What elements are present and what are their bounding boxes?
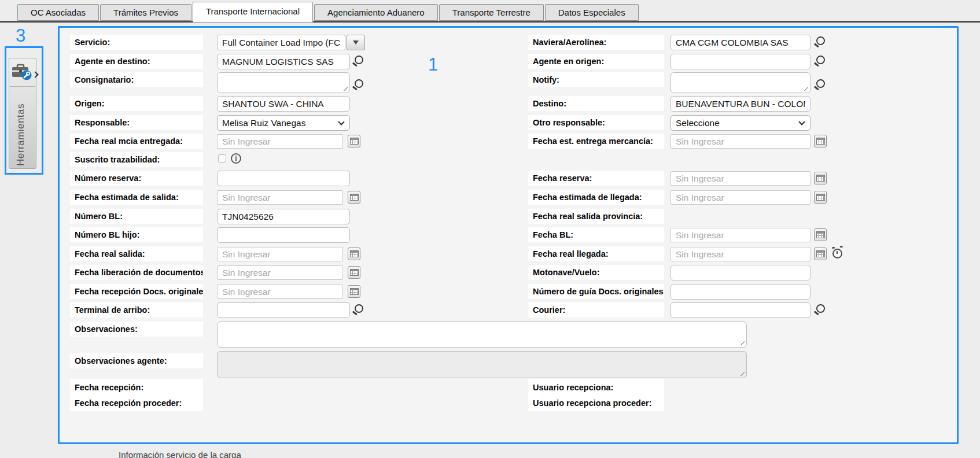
chevron-down-icon — [338, 119, 344, 125]
fecha-real-salida-provincia-label: Fecha real salida provincia: — [528, 209, 664, 224]
numero-reserva-input[interactable] — [217, 171, 350, 186]
tab-transporte-terrestre[interactable]: Transporte Terrestre — [439, 4, 544, 21]
numero-reserva-label: Número reserva: — [70, 171, 203, 186]
numero-guia-docs-label: Número de guía Docs. originales: — [528, 284, 664, 299]
destino-input[interactable] — [670, 96, 810, 112]
tools-panel-label: Herramientas — [15, 91, 27, 166]
otro-responsable-selected-value: Seleccione — [676, 118, 720, 128]
fecha-estimada-salida-label: Fecha estimada de salida: — [70, 190, 203, 205]
numero-bl-hijo-input[interactable] — [217, 227, 350, 243]
calendar-icon[interactable] — [814, 228, 827, 241]
agente-origen-input[interactable] — [670, 54, 810, 69]
usuario-recepciona-proceder-label: Usuario recepciona proceder: — [533, 398, 652, 408]
suscrito-trazabilidad-checkbox[interactable] — [218, 154, 226, 162]
fecha-real-salida-input[interactable] — [217, 247, 343, 261]
fecha-recepcion-block: Fecha recepción: Fecha recepción procede… — [70, 379, 203, 411]
numero-bl-hijo-label: Número BL hijo: — [70, 227, 203, 242]
agente-destino-input[interactable] — [217, 54, 350, 69]
fecha-reserva-label: Fecha reserva: — [528, 171, 664, 186]
fecha-reserva-input[interactable] — [670, 171, 810, 186]
search-icon[interactable] — [351, 54, 365, 69]
toolbox-icon — [10, 62, 34, 84]
informacion-servicio-section-title: Información servicio de la carga — [119, 450, 241, 458]
usuario-recepciona-label: Usuario recepciona: — [533, 383, 613, 392]
suscrito-trazabilidad-label: Suscrito trazabilidad: — [70, 152, 203, 167]
calendar-icon[interactable] — [348, 285, 360, 298]
fecha-recepcion-docs-label: Fecha recepción Docs. originales: — [70, 284, 203, 299]
terminal-arribo-input[interactable] — [217, 302, 350, 318]
tab-tramites-previos[interactable]: Trámites Previos — [100, 4, 191, 21]
courier-input[interactable] — [670, 302, 810, 318]
motonave-vuelo-label: Motonave/Vuelo: — [528, 265, 664, 280]
terminal-arribo-label: Terminal de arribo: — [70, 302, 203, 317]
consignatario-textarea[interactable] — [217, 72, 350, 93]
numero-bl-input[interactable] — [217, 209, 350, 224]
responsable-select[interactable]: Melisa Ruiz Vanegas — [217, 115, 350, 131]
naviera-aerolinea-label: Naviera/Aerolínea: — [528, 35, 664, 50]
calendar-icon[interactable] — [348, 248, 360, 260]
numero-guia-docs-input[interactable] — [670, 284, 810, 300]
calendar-icon[interactable] — [348, 191, 360, 204]
search-icon[interactable] — [813, 35, 827, 50]
expand-tools-chevron-icon[interactable] — [33, 69, 38, 79]
servicio-dropdown-button[interactable] — [347, 35, 365, 50]
info-icon[interactable] — [231, 153, 241, 164]
fecha-est-entrega-label: Fecha est. entrega mercancía: — [528, 134, 664, 149]
calendar-icon[interactable] — [814, 248, 827, 260]
usuario-recepciona-block: Usuario recepciona: Usuario recepciona p… — [528, 379, 664, 411]
fecha-bl-label: Fecha BL: — [528, 227, 664, 242]
fecha-recepcion-proceder-label: Fecha recepción proceder: — [75, 398, 182, 408]
search-icon[interactable] — [351, 302, 365, 317]
tab-datos-especiales[interactable]: Datos Especiales — [545, 4, 639, 21]
chevron-down-icon — [798, 119, 805, 125]
calendar-icon[interactable] — [814, 191, 827, 204]
search-icon[interactable] — [813, 54, 827, 69]
calendar-icon[interactable] — [348, 135, 360, 147]
responsable-selected-value: Melisa Ruiz Vanegas — [222, 118, 305, 128]
fecha-estimada-salida-input[interactable] — [217, 190, 343, 205]
search-icon[interactable] — [813, 77, 827, 93]
destino-label: Destino: — [528, 96, 664, 111]
annotation-marker-1: 1 — [428, 56, 438, 73]
motonave-vuelo-input[interactable] — [670, 265, 810, 280]
alarm-clock-icon[interactable] — [832, 249, 842, 258]
naviera-aerolinea-input[interactable] — [670, 35, 810, 50]
notify-textarea[interactable] — [670, 72, 810, 93]
fecha-recepcion-label: Fecha recepción: — [75, 383, 143, 392]
annotation-marker-3: 3 — [16, 27, 25, 45]
servicio-combobox-input[interactable] — [217, 35, 345, 50]
calendar-icon[interactable] — [814, 172, 827, 184]
calendar-icon[interactable] — [348, 266, 360, 279]
courier-label: Courier: — [528, 302, 664, 317]
fecha-bl-input[interactable] — [670, 228, 810, 242]
responsable-label: Responsable: — [70, 115, 203, 130]
resize-handle-icon[interactable] — [342, 85, 348, 91]
fecha-real-mcia-label: Fecha real mcia entregada: — [70, 134, 203, 149]
search-icon[interactable] — [351, 77, 365, 93]
tab-bar: OC Asociadas Trámites Previos Transporte… — [17, 4, 640, 23]
fecha-liberacion-docs-input[interactable] — [217, 265, 343, 280]
tab-transporte-internacional[interactable]: Transporte Internacional — [193, 2, 313, 23]
observaciones-agente-textarea — [217, 351, 747, 378]
notify-label: Notify: — [528, 72, 664, 87]
resize-handle-icon[interactable] — [739, 339, 745, 345]
fecha-est-entrega-input[interactable] — [670, 134, 810, 149]
search-icon[interactable] — [813, 302, 827, 317]
fecha-estimada-llegada-input[interactable] — [670, 190, 810, 205]
observaciones-textarea[interactable] — [217, 322, 747, 348]
resize-handle-icon[interactable] — [802, 85, 808, 91]
servicio-label: Servicio: — [70, 35, 203, 50]
tools-divider — [10, 86, 35, 87]
tab-agenciamiento-aduanero[interactable]: Agenciamiento Aduanero — [314, 4, 438, 21]
fecha-real-mcia-input[interactable] — [217, 134, 343, 149]
fecha-real-llegada-input[interactable] — [670, 247, 810, 261]
otro-responsable-select[interactable]: Seleccione — [670, 115, 810, 131]
fecha-recepcion-docs-input[interactable] — [217, 285, 343, 299]
dropdown-arrow-icon — [353, 40, 359, 47]
calendar-icon[interactable] — [814, 135, 827, 147]
origen-label: Origen: — [70, 96, 203, 111]
tab-oc-asociadas[interactable]: OC Asociadas — [17, 4, 99, 21]
tools-panel-highlight: Herramientas — [5, 46, 43, 175]
tools-panel[interactable]: Herramientas — [9, 58, 36, 169]
origen-input[interactable] — [217, 96, 350, 112]
